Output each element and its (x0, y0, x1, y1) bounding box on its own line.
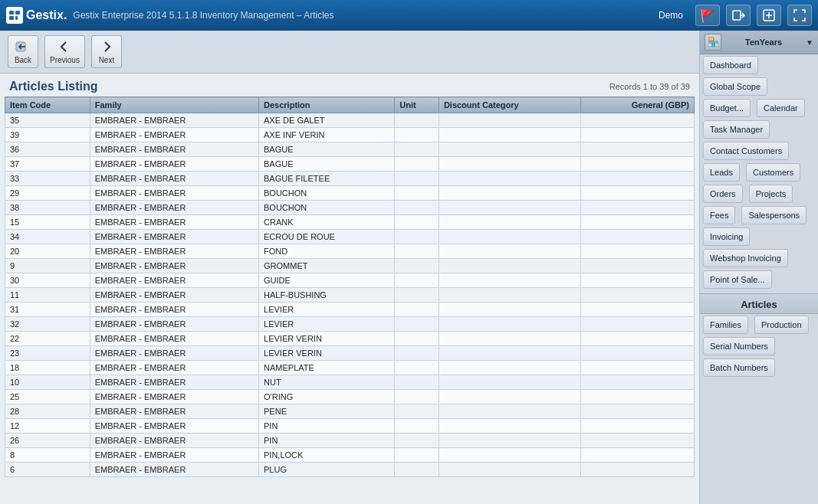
sidebar-item-invoicing[interactable]: Invoicing (703, 227, 750, 246)
cell-description: ECROU DE ROUE (259, 230, 395, 244)
table-container[interactable]: Item Code Family Description Unit Discou… (5, 97, 695, 499)
cell-unit (395, 361, 439, 375)
cell-description: PLUG (259, 463, 395, 477)
store-dropdown-arrow[interactable]: ▼ (806, 38, 813, 47)
toolbar: Back Previous Next (0, 31, 699, 74)
cell-family: EMBRAER - EMBRAER (90, 230, 258, 244)
table-row[interactable]: 39 EMBRAER - EMBRAER AXE INF VERIN (5, 128, 695, 142)
cell-item-code: 36 (5, 142, 90, 157)
cell-discount-category (439, 273, 580, 288)
table-row[interactable]: 15 EMBRAER - EMBRAER CRANK (5, 215, 695, 230)
sidebar-item-global-scope[interactable]: Global Scope (703, 77, 767, 96)
cell-unit (395, 463, 439, 477)
cell-family: EMBRAER - EMBRAER (90, 186, 258, 201)
cell-discount-category (439, 201, 580, 215)
table-row[interactable]: 6 EMBRAER - EMBRAER PLUG (5, 463, 695, 477)
previous-button[interactable]: Previous (44, 35, 85, 68)
cell-item-code: 31 (5, 303, 90, 317)
cell-description: BAGUE (259, 142, 395, 157)
table-row[interactable]: 35 EMBRAER - EMBRAER AXE DE GALET (5, 113, 695, 128)
cell-description: BAGUE (259, 157, 395, 172)
sidebar-item-projects[interactable]: Projects (749, 185, 793, 203)
sidebar-item-point-of-sale[interactable]: Point of Sale... (703, 270, 772, 289)
cell-item-code: 26 (5, 434, 90, 448)
svg-rect-3 (15, 16, 18, 20)
cell-general (581, 390, 695, 404)
cell-item-code: 33 (5, 172, 90, 186)
sidebar-item-calendar[interactable]: Calendar (757, 99, 805, 117)
svg-rect-4 (733, 11, 741, 20)
cell-family: EMBRAER - EMBRAER (90, 317, 258, 332)
cell-family: EMBRAER - EMBRAER (90, 375, 258, 390)
table-row[interactable]: 26 EMBRAER - EMBRAER PIN (5, 434, 695, 448)
cell-family: EMBRAER - EMBRAER (90, 244, 258, 259)
cell-general (581, 244, 695, 259)
cell-unit (395, 375, 439, 390)
table-row[interactable]: 23 EMBRAER - EMBRAER LEVIER VERIN (5, 346, 695, 361)
cell-item-code: 9 (5, 259, 90, 273)
sidebar-nav: DashboardGlobal ScopeBudget...CalendarTa… (700, 54, 818, 290)
cell-description: LEVIER VERIN (259, 346, 395, 361)
sidebar-item-leads[interactable]: Leads (703, 163, 740, 182)
table-row[interactable]: 36 EMBRAER - EMBRAER BAGUE (5, 142, 695, 157)
cell-family: EMBRAER - EMBRAER (90, 128, 258, 142)
sidebar-item-serial-numbers[interactable]: Serial Numbers (703, 337, 775, 355)
next-button[interactable]: Next (91, 35, 122, 68)
table-row[interactable]: 12 EMBRAER - EMBRAER PIN (5, 419, 695, 434)
cell-general (581, 303, 695, 317)
table-row[interactable]: 29 EMBRAER - EMBRAER BOUCHON (5, 186, 695, 201)
sidebar-item-fees[interactable]: Fees (703, 206, 735, 224)
sidebar-item-customers[interactable]: Customers (746, 163, 800, 182)
cell-description: BOUCHON (259, 201, 395, 215)
cell-description: O'RING (259, 390, 395, 404)
table-row[interactable]: 30 EMBRAER - EMBRAER GUIDE (5, 273, 695, 288)
sidebar-item-families[interactable]: Families (703, 316, 748, 334)
sidebar-item-dashboard[interactable]: Dashboard (703, 56, 758, 74)
sidebar-item-orders[interactable]: Orders (703, 185, 743, 203)
cell-item-code: 32 (5, 317, 90, 332)
cell-family: EMBRAER - EMBRAER (90, 201, 258, 215)
cell-discount-category (439, 419, 580, 434)
store-icon: 🏪 (705, 34, 721, 51)
table-row[interactable]: 10 EMBRAER - EMBRAER NUT (5, 375, 695, 390)
table-row[interactable]: 34 EMBRAER - EMBRAER ECROU DE ROUE (5, 230, 695, 244)
table-row[interactable]: 22 EMBRAER - EMBRAER LEVIER VERIN (5, 332, 695, 346)
cell-description: AXE INF VERIN (259, 128, 395, 142)
sidebar-item-task-manager[interactable]: Task Manager (703, 120, 770, 139)
table-row[interactable]: 18 EMBRAER - EMBRAER NAMEPLATE (5, 361, 695, 375)
fullscreen-button[interactable] (787, 5, 812, 26)
sidebar-item-budget[interactable]: Budget... (703, 99, 751, 117)
flag-button[interactable]: 🚩 (695, 5, 720, 26)
topbar: Gestix. Gestix Enterprise 2014 5.1.1.8 I… (0, 0, 818, 31)
cell-item-code: 22 (5, 332, 90, 346)
sidebar-item-production[interactable]: Production (754, 316, 809, 334)
table-row[interactable]: 38 EMBRAER - EMBRAER BOUCHON (5, 201, 695, 215)
cell-unit (395, 390, 439, 404)
logo: Gestix. (6, 7, 67, 24)
table-row[interactable]: 37 EMBRAER - EMBRAER BAGUE (5, 157, 695, 172)
cell-unit (395, 186, 439, 201)
sidebar-item-batch-numbers[interactable]: Batch Numbers (703, 358, 775, 377)
svg-rect-2 (9, 16, 14, 20)
table-row[interactable]: 33 EMBRAER - EMBRAER BAGUE FILETEE (5, 172, 695, 186)
table-row[interactable]: 25 EMBRAER - EMBRAER O'RING (5, 390, 695, 404)
table-row[interactable]: 8 EMBRAER - EMBRAER PIN,LOCK (5, 448, 695, 463)
cell-discount-category (439, 113, 580, 128)
sidebar-item-webshop-invoicing[interactable]: Webshop Invoicing (703, 249, 788, 267)
table-row[interactable]: 9 EMBRAER - EMBRAER GROMMET (5, 259, 695, 273)
cell-discount-category (439, 361, 580, 375)
table-row[interactable]: 32 EMBRAER - EMBRAER LEVIER (5, 317, 695, 332)
table-row[interactable]: 11 EMBRAER - EMBRAER HALF-BUSHING (5, 288, 695, 303)
back-button[interactable]: Back (8, 35, 38, 68)
table-row[interactable]: 20 EMBRAER - EMBRAER FOND (5, 244, 695, 259)
new-window-button[interactable] (757, 5, 781, 26)
table-row[interactable]: 28 EMBRAER - EMBRAER PENE (5, 404, 695, 419)
cell-description: NUT (259, 375, 395, 390)
table-row[interactable]: 31 EMBRAER - EMBRAER LEVIER (5, 303, 695, 317)
logout-button[interactable] (726, 5, 751, 26)
cell-general (581, 201, 695, 215)
sidebar-item-contact-customers[interactable]: Contact Customers (703, 142, 789, 160)
cell-discount-category (439, 288, 580, 303)
logo-text: Gestix. (26, 8, 67, 22)
sidebar-item-salespersons[interactable]: Salespersons (741, 206, 807, 224)
